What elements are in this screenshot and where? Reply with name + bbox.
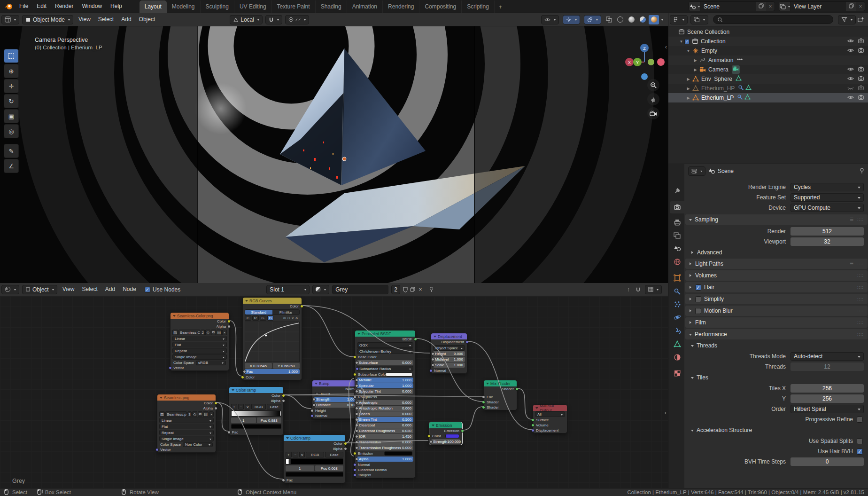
subsection-advanced[interactable]: Advanced (691, 248, 868, 257)
node-title[interactable]: Material Output (533, 405, 567, 411)
node-socket[interactable] (355, 435, 358, 438)
outliner-row-etherium-hp[interactable]: ▶Etherium_HP (668, 84, 868, 93)
material-name-field[interactable]: Grey (332, 285, 388, 294)
properties-tab-material[interactable] (670, 351, 684, 363)
node-displacement[interactable]: DisplacementDisplacementObject SpaceHeig… (431, 333, 467, 374)
copy-icon[interactable]: ⧉ (198, 411, 202, 417)
node-dropdown[interactable]: sRGB (196, 361, 226, 365)
node-socket[interactable] (482, 406, 485, 409)
node-socket[interactable] (429, 369, 433, 372)
view-layer-name[interactable]: View Layer (790, 2, 846, 11)
node-dropdown[interactable]: Christensen-Burley (357, 348, 413, 354)
node-value-subsurface[interactable]: Subsurface0.000 (357, 360, 413, 365)
properties-tab-object[interactable] (670, 272, 684, 284)
node-socket[interactable] (353, 468, 356, 472)
node-dropdown[interactable]: Non-Color (183, 442, 213, 447)
properties-tab-particles[interactable] (670, 298, 684, 310)
node-socket[interactable] (431, 352, 434, 355)
modifier-icon[interactable] (737, 94, 743, 102)
overlays-toggle[interactable] (584, 15, 601, 24)
node-value-fac[interactable]: Fac1.000 (245, 369, 300, 374)
eye-icon[interactable] (847, 38, 854, 46)
eye-icon[interactable] (847, 47, 854, 55)
node-socket[interactable] (155, 448, 159, 451)
outliner-row-env-sphere[interactable]: ▶Env_Sphere (668, 74, 868, 84)
node-socket[interactable] (169, 366, 172, 370)
show-object-types-dropdown[interactable] (541, 15, 559, 24)
image-datablock-row[interactable]: ▨Seamless.png3◇⧉▤× (159, 411, 214, 417)
outliner-search-input[interactable] (713, 15, 833, 24)
value-field[interactable]: 256 (790, 384, 864, 393)
node-socket[interactable] (227, 325, 231, 328)
node-socket[interactable] (310, 414, 314, 417)
ramp-controls[interactable]: +−vRGBEase (286, 452, 343, 457)
properties-tab-view-layer[interactable] (670, 229, 684, 242)
properties-tab-physics[interactable] (670, 311, 684, 323)
node-socket[interactable] (353, 473, 356, 477)
node-socket[interactable] (282, 394, 285, 397)
expander-down-icon[interactable]: ▼ (678, 39, 684, 44)
viewport-menu-object[interactable]: Object (135, 13, 159, 26)
unlink-icon[interactable]: × (222, 330, 227, 335)
node-seamless-color-png[interactable]: Seamless-Color.pngColorAlpha▨Seamless-Co… (170, 312, 229, 371)
node-socket[interactable] (353, 373, 356, 376)
node-socket[interactable] (355, 446, 358, 449)
outliner-row-etherium-lp[interactable]: ▶Etherium_LP (668, 93, 868, 102)
view-layer-copy-icon[interactable] (846, 2, 856, 11)
pin-icon[interactable] (859, 168, 865, 174)
tool-transform[interactable]: ◎ (4, 124, 19, 138)
node-socket[interactable] (355, 457, 358, 461)
editor-type-button[interactable] (1, 285, 19, 294)
properties-tab-render[interactable] (670, 201, 684, 213)
menu-render[interactable]: Render (51, 0, 78, 13)
tool-rotate[interactable]: ↻ (4, 94, 19, 108)
properties-tab-world[interactable] (670, 256, 684, 268)
viewport-3d[interactable]: Object Mode ViewSelectAddObject Local (0, 13, 668, 283)
shading-dropdown[interactable] (661, 19, 663, 22)
value-field[interactable]: 256 (790, 394, 864, 403)
mesh-data-icon[interactable] (744, 94, 751, 102)
node-socket[interactable] (312, 403, 316, 407)
section-checkbox[interactable] (695, 308, 701, 314)
node-value-anisotropic-rotation[interactable]: Anisotropic Rotation0.000 (357, 406, 413, 411)
eye-icon[interactable] (847, 66, 854, 74)
render-icon[interactable] (858, 85, 864, 93)
expander-down-icon[interactable]: ▼ (685, 49, 691, 53)
node-socket[interactable] (282, 479, 285, 482)
node-socket[interactable] (241, 376, 244, 379)
color-swatch[interactable] (384, 451, 412, 456)
shading-wireframe-button[interactable] (615, 15, 625, 24)
node-value-sheen[interactable]: Sheen0.000 (357, 411, 413, 417)
node-value-anisotropic[interactable]: Anisotropic0.000 (357, 400, 413, 405)
tool-cursor[interactable]: ⊕ (4, 64, 19, 78)
tool-select-box[interactable] (4, 49, 19, 63)
outliner-row-empty[interactable]: ▼Empty (668, 46, 868, 55)
image-datablock-row[interactable]: ▨Seamless-Co..2◇⧉▤× (172, 330, 227, 335)
section-sampling[interactable]: Sampling☰ :::: (685, 214, 868, 225)
display-mode-dropdown[interactable] (690, 15, 708, 24)
node-material-output[interactable]: Material OutputAllSurfaceVolumeDisplacem… (533, 404, 567, 433)
node-socket[interactable] (353, 452, 356, 455)
copy-icon[interactable]: ⧉ (211, 330, 216, 335)
open-folder-icon[interactable]: ▤ (217, 330, 222, 335)
tool-measure[interactable]: ∠ (4, 159, 19, 173)
node-value-clearcoat-roughness[interactable]: Clearcoat Roughness0.030 (357, 428, 413, 433)
blender-logo-icon[interactable] (3, 2, 15, 11)
viewport-menu-select[interactable]: Select (94, 13, 117, 26)
interpolation-dropdown[interactable]: Ease (267, 404, 281, 409)
value-field[interactable]: 12 (790, 362, 864, 371)
zoom-tool-icon[interactable] (647, 79, 659, 91)
node-title[interactable]: ColorRamp (284, 435, 345, 441)
view-layer-selector[interactable]: View Layer × (779, 1, 865, 11)
fake-user-shield-icon[interactable] (402, 286, 409, 293)
expander-right-icon[interactable]: ▶ (685, 77, 691, 81)
menu-window[interactable]: Window (78, 0, 106, 13)
remove-stop-button[interactable]: − (238, 404, 244, 409)
dropdown-field[interactable]: Cycles (790, 183, 864, 191)
properties-tab-output[interactable] (670, 216, 684, 228)
workspace-tab-animation[interactable]: Animation (347, 0, 383, 13)
node-value-distance[interactable]: Distance0.100 (314, 402, 358, 408)
node-title[interactable]: RGB Curves (243, 298, 302, 304)
value-pair-row[interactable]: X 0.38545Y 0.66250 (245, 363, 300, 369)
pin-icon[interactable] (428, 286, 435, 293)
